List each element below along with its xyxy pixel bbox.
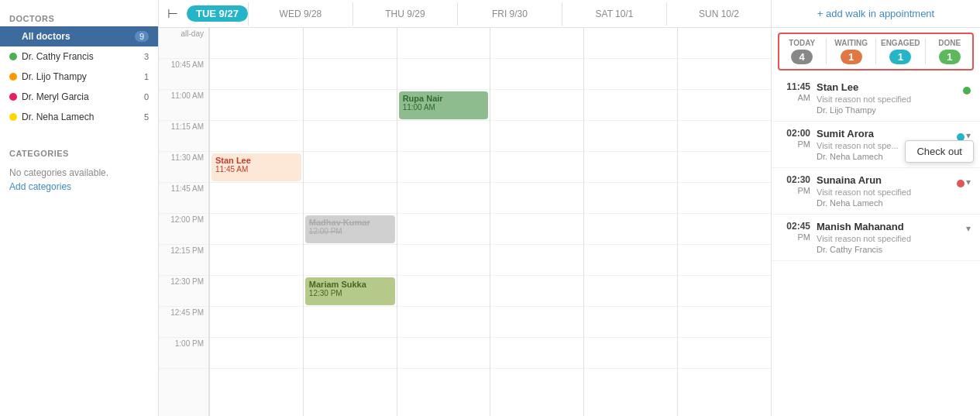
day-header-2[interactable]: FRI 9/30 (457, 2, 562, 26)
today-count[interactable]: 4 (791, 50, 813, 64)
grid-cell-5-1[interactable] (678, 59, 771, 90)
sidebar-item-doctor-0[interactable]: All doctors9 (0, 26, 158, 46)
queue-doctor-2: Dr. Neha Lamech (817, 198, 951, 208)
grid-cell-4-4[interactable] (584, 152, 677, 183)
grid-cell-1-3[interactable] (304, 121, 397, 152)
grid-cell-2-6[interactable] (397, 214, 490, 245)
done-status: DONE 1 (930, 39, 969, 64)
grid-cell-5-8[interactable] (678, 276, 771, 307)
appointment-1[interactable]: Stan Lee11:45 AM (211, 153, 301, 181)
current-day-badge[interactable]: TUE 9/27 (187, 5, 248, 22)
add-walk-in-button[interactable]: + add walk in appointment (772, 0, 980, 28)
grid-cell-4-2[interactable] (584, 90, 677, 121)
grid-cell-0-7[interactable] (210, 245, 303, 276)
grid-cell-4-10[interactable] (584, 338, 677, 369)
day-header-4[interactable]: SUN 10/2 (666, 2, 771, 26)
grid-cell-3-8[interactable] (490, 276, 583, 307)
grid-cell-5-3[interactable] (678, 121, 771, 152)
grid-cell-2-5[interactable] (397, 183, 490, 214)
categories-section: No categories available. Add categories (0, 161, 158, 198)
grid-cell-5-4[interactable] (678, 152, 771, 183)
grid-cell-4-7[interactable] (584, 245, 677, 276)
day-header-1[interactable]: THU 9/29 (352, 2, 457, 26)
grid-cell-4-5[interactable] (584, 183, 677, 214)
grid-cell-3-4[interactable] (490, 152, 583, 183)
grid-cell-4-6[interactable] (584, 214, 677, 245)
grid-cell-0-0[interactable] (210, 28, 303, 59)
grid-cell-5-5[interactable] (678, 183, 771, 214)
queue-chevron-1[interactable]: ▾ (966, 130, 971, 141)
sidebar-item-doctor-4[interactable]: Dr. Neha Lamech5 (0, 107, 158, 127)
prev-nav-button[interactable]: ⊢ (159, 0, 187, 28)
add-categories-link[interactable]: Add categories (9, 181, 149, 192)
grid-cell-2-8[interactable] (397, 276, 490, 307)
grid-columns: Stan Lee11:45 AMMadhav Kumar12:00 PMMari… (209, 28, 771, 416)
grid-cell-1-2[interactable] (304, 90, 397, 121)
waiting-count[interactable]: 1 (841, 50, 862, 64)
appointment-0[interactable]: Rupa Nair11:00 AM (399, 91, 489, 119)
grid-cell-3-9[interactable] (490, 307, 583, 338)
status-box: TODAY 4 WAITING 1 ENGAGED 1 DONE 1 (778, 33, 974, 70)
day-header-3[interactable]: SAT 10/1 (562, 2, 666, 26)
grid-cell-2-10[interactable] (397, 338, 490, 369)
grid-cell-2-9[interactable] (397, 307, 490, 338)
grid-cell-5-9[interactable] (678, 307, 771, 338)
grid-cell-3-0[interactable] (490, 28, 583, 59)
grid-cell-2-3[interactable] (397, 121, 490, 152)
grid-cell-2-0[interactable] (397, 28, 490, 59)
grid-cell-0-5[interactable] (210, 183, 303, 214)
queue-chevron-3[interactable]: ▾ (966, 223, 971, 234)
grid-cell-1-10[interactable] (304, 338, 397, 369)
grid-cell-4-9[interactable] (584, 307, 677, 338)
grid-cell-3-2[interactable] (490, 90, 583, 121)
grid-cell-2-4[interactable] (397, 152, 490, 183)
grid-cell-1-7[interactable] (304, 245, 397, 276)
grid-cell-1-9[interactable] (304, 307, 397, 338)
grid-cell-2-7[interactable] (397, 245, 490, 276)
grid-cell-0-2[interactable] (210, 90, 303, 121)
grid-cell-4-3[interactable] (584, 121, 677, 152)
queue-reason-2: Visit reason not specified (817, 187, 951, 197)
grid-cell-3-7[interactable] (490, 245, 583, 276)
done-count[interactable]: 1 (939, 50, 961, 64)
grid-cell-5-0[interactable] (678, 28, 771, 59)
grid-cell-1-4[interactable] (304, 152, 397, 183)
day-header-0[interactable]: WED 9/28 (248, 2, 352, 26)
queue-info-3: Manish MahanandVisit reason not specifie… (817, 221, 960, 254)
grid-cell-1-1[interactable] (304, 59, 397, 90)
grid-cell-1-0[interactable] (304, 28, 397, 59)
checkout-button-1[interactable]: Check out (905, 140, 974, 163)
calendar-body: all-day10:45 AM11:00 AM11:15 AM11:30 AM1… (159, 28, 771, 416)
grid-cell-4-8[interactable] (584, 276, 677, 307)
grid-cell-0-3[interactable] (210, 121, 303, 152)
grid-cell-3-5[interactable] (490, 183, 583, 214)
grid-cell-3-3[interactable] (490, 121, 583, 152)
queue-reason-3: Visit reason not specified (817, 234, 960, 243)
grid-cell-4-1[interactable] (584, 59, 677, 90)
sidebar-item-doctor-2[interactable]: Dr. Lijo Thampy1 (0, 67, 158, 87)
grid-cell-0-10[interactable] (210, 338, 303, 369)
grid-cell-4-0[interactable] (584, 28, 677, 59)
grid-cell-5-10[interactable] (678, 338, 771, 369)
sidebar-item-doctor-3[interactable]: Dr. Meryl Garcia0 (0, 87, 158, 107)
grid-cell-5-7[interactable] (678, 245, 771, 276)
appointment-3[interactable]: Mariam Sukka12:30 PM (305, 277, 395, 305)
sidebar-item-doctor-1[interactable]: Dr. Cathy Francis3 (0, 46, 158, 67)
grid-cell-0-8[interactable] (210, 276, 303, 307)
engaged-count[interactable]: 1 (889, 50, 911, 64)
grid-cell-0-1[interactable] (210, 59, 303, 90)
grid-cell-1-5[interactable] (304, 183, 397, 214)
queue-time-3: 02:45PM (781, 221, 810, 254)
time-slot-0: all-day (159, 28, 208, 59)
grid-cell-0-6[interactable] (210, 214, 303, 245)
grid-cell-3-1[interactable] (490, 59, 583, 90)
grid-cell-2-1[interactable] (397, 59, 490, 90)
grid-cell-5-2[interactable] (678, 90, 771, 121)
grid-cell-5-6[interactable] (678, 214, 771, 245)
grid-cell-0-9[interactable] (210, 307, 303, 338)
appointment-2[interactable]: Madhav Kumar12:00 PM (305, 215, 395, 243)
queue-chevron-2[interactable]: ▾ (966, 177, 971, 187)
grid-cell-3-10[interactable] (490, 338, 583, 369)
grid-cell-3-6[interactable] (490, 214, 583, 245)
queue-dot-0 (963, 87, 971, 95)
